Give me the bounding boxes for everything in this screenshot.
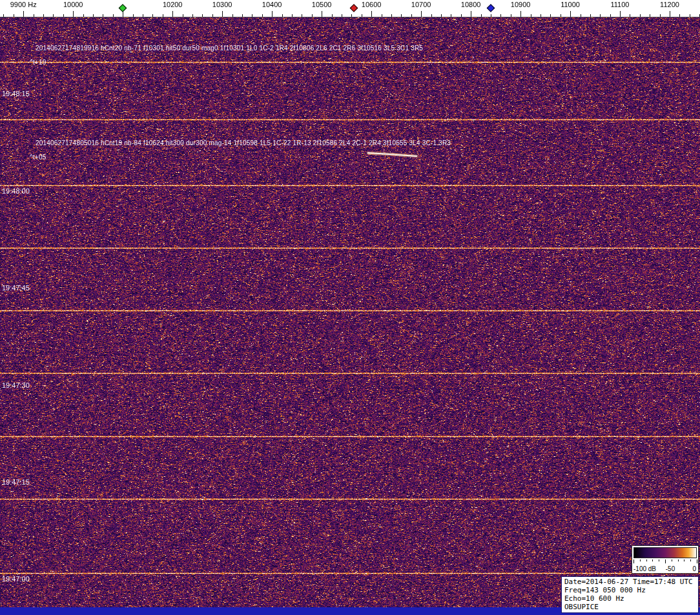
colorbar-tick <box>678 560 679 561</box>
freq-tick <box>222 11 223 17</box>
freq-tick <box>73 11 74 17</box>
freq-tick <box>202 14 203 17</box>
freq-tick <box>342 14 342 17</box>
freq-tick <box>500 14 501 17</box>
freq-tick <box>14 14 14 17</box>
freq-tick <box>441 14 442 17</box>
freq-tick <box>262 14 263 17</box>
freq-tick <box>152 14 153 17</box>
freq-label: 10600 <box>362 1 382 8</box>
freq-tick <box>332 14 333 17</box>
freq-label: 10900 <box>511 1 531 8</box>
freq-label: 11000 <box>561 1 580 8</box>
colorbar-tick <box>684 560 685 561</box>
freq-tick <box>242 14 243 17</box>
freq-tick <box>192 14 193 17</box>
freq-tick <box>491 14 491 17</box>
freq-tick <box>570 11 571 17</box>
freq-tick <box>471 11 471 17</box>
freq-label: 10000 <box>63 1 83 8</box>
colorbar-label-mid: -50 <box>666 565 675 572</box>
freq-tick <box>252 14 252 17</box>
info-line: Echo=10 600 Hz <box>564 594 695 603</box>
freq-label: 10200 <box>163 1 183 8</box>
freq-tick <box>690 14 690 17</box>
freq-tick <box>103 14 103 17</box>
freq-tick <box>461 14 462 17</box>
freq-tick <box>511 14 511 17</box>
freq-tick <box>650 14 650 17</box>
freq-tick <box>561 14 561 17</box>
freq-tick <box>371 11 372 17</box>
freq-tick <box>23 11 24 17</box>
freq-tick <box>43 14 44 17</box>
freq-marker-red-icon[interactable] <box>350 4 358 12</box>
colorbar-tick <box>646 560 647 561</box>
colorbar-tick <box>665 560 666 563</box>
freq-tick <box>282 14 283 17</box>
freq-label: 9900 Hz <box>10 1 37 8</box>
freq-tick <box>312 14 313 17</box>
freq-tick <box>302 14 302 17</box>
colorbar-tick <box>633 560 634 563</box>
freq-tick <box>322 11 322 17</box>
freq-marker-blue-icon[interactable] <box>487 4 495 12</box>
colorbar-tick <box>659 560 659 561</box>
freq-tick <box>212 14 213 17</box>
freq-tick <box>172 11 173 17</box>
colorbar-gradient <box>633 547 697 558</box>
freq-tick <box>133 14 134 17</box>
freq-tick <box>550 14 551 17</box>
freq-label: 10700 <box>411 1 431 8</box>
freq-tick <box>431 14 432 17</box>
info-line: OBSUPICE <box>564 603 695 611</box>
info-line: Date=2014-06-27 Time=17:48 UTC <box>564 578 695 586</box>
freq-marker-green-icon[interactable] <box>119 4 127 12</box>
freq-tick <box>113 14 114 17</box>
freq-tick <box>630 14 630 17</box>
freq-tick <box>83 14 84 17</box>
spectrogram-canvas <box>0 17 700 607</box>
colorbar-tick <box>640 560 641 561</box>
colorbar-label-max: 0 <box>692 565 696 572</box>
freq-tick <box>660 14 661 17</box>
freq-tick <box>421 11 422 17</box>
freq-tick <box>34 14 34 17</box>
freq-tick <box>183 14 183 17</box>
freq-tick <box>610 14 611 17</box>
info-line: Freq=143 050 000 Hz <box>564 586 695 594</box>
colorbar-tick <box>672 560 672 561</box>
freq-tick <box>451 14 451 17</box>
freq-tick <box>411 14 412 17</box>
freq-tick <box>143 14 143 17</box>
freq-tick <box>63 14 64 17</box>
freq-tick <box>292 14 293 17</box>
freq-tick <box>232 14 233 17</box>
freq-tick <box>620 11 621 17</box>
freq-tick <box>640 14 641 17</box>
colorbar-tick <box>697 560 697 563</box>
colorbar-tick <box>652 560 653 561</box>
freq-tick <box>590 14 591 17</box>
freq-tick <box>600 14 601 17</box>
freq-tick <box>540 14 541 17</box>
freq-label: 10800 <box>461 1 481 8</box>
freq-tick <box>3 14 4 17</box>
freq-label: 10300 <box>212 1 232 8</box>
freq-label: 10500 <box>312 1 332 8</box>
freq-tick <box>351 14 352 17</box>
spectrogram-window: 9900 Hz100001020010300104001050010600107… <box>0 0 700 615</box>
colorbar-tick <box>690 560 691 561</box>
freq-label: 11100 <box>611 1 630 8</box>
freq-tick <box>670 11 670 17</box>
freq-label: 10400 <box>262 1 282 8</box>
info-box: Date=2014-06-27 Time=17:48 UTCFreq=143 0… <box>561 576 699 613</box>
freq-tick <box>531 14 531 17</box>
freq-tick <box>481 14 482 17</box>
freq-tick <box>520 11 521 17</box>
freq-tick <box>272 11 273 17</box>
freq-tick <box>391 14 392 17</box>
freq-tick <box>362 14 362 17</box>
colorbar-legend: -100 dB -50 0 <box>632 545 699 574</box>
freq-tick <box>93 14 94 17</box>
